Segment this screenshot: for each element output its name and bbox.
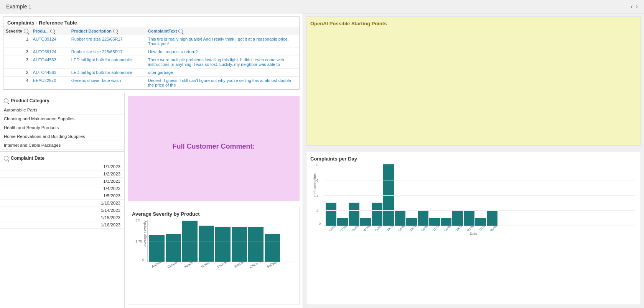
cell-product: BEAU22970 — [31, 77, 69, 89]
table-row[interactable]: 3 AUTO39124 Rubber tire size 225/65R17 H… — [3, 48, 299, 56]
cpd-bar-label: 1/1/2023 — [327, 226, 337, 231]
cell-complaint: This tire is really high quality! And I … — [146, 35, 299, 48]
table-row[interactable]: 3 AUTO44563 LED tail light bulb for auto… — [3, 56, 299, 69]
category-list: Automobile PartsCleaning and Maintenance… — [0, 106, 124, 150]
category-list-item[interactable]: Automobile Parts — [0, 106, 124, 115]
complaints-per-day-section: Complaints per Day # of Complaints 8 6 4 — [306, 152, 641, 305]
cpd-chart: # of Complaints 8 6 4 2 0 — [310, 165, 637, 249]
app-title: Example 1 — [6, 3, 31, 10]
cpd-title: Complaints per Day — [310, 156, 637, 162]
cpd-bar-label: 1/27/2023 — [476, 226, 486, 231]
date-list-item[interactable]: 1/2/2023 — [0, 170, 124, 178]
next-button[interactable]: › — [636, 3, 638, 10]
category-list-item[interactable]: Health and Beauty Products — [0, 123, 124, 132]
cpd-bar — [487, 210, 497, 226]
cpd-bar-label: 1/3/2023 — [350, 226, 360, 231]
complaint-date-label: Complaint Date — [11, 156, 44, 161]
date-list-item[interactable]: 1/10/2023 — [0, 200, 124, 207]
table-row[interactable]: 4 BEAU22970 Generic shower face wash Dec… — [3, 77, 299, 89]
openai-title: OpenAI Possible Starting Points — [310, 21, 637, 26]
product-category-search-icon[interactable] — [4, 98, 8, 103]
description-label: Product Description — [71, 29, 112, 33]
col-description: Product Description — [69, 27, 146, 35]
cpd-bar-label: 1/4/2023 — [361, 226, 371, 231]
cell-description: Rubber tire size 225/65R17 — [69, 35, 146, 48]
cpd-bar-label: 1/29/2023 — [488, 226, 498, 231]
date-list-item[interactable]: 1/4/2023 — [0, 185, 124, 192]
complaints-table: Severity Produ... — [3, 27, 299, 89]
cell-severity: 2 — [3, 69, 31, 77]
cell-product: AUTO44563 — [31, 69, 69, 77]
cell-product: AUTO44563 — [31, 56, 69, 69]
date-list-item[interactable]: 1/5/2023 — [0, 192, 124, 200]
product-category-label: Product Category — [11, 98, 49, 103]
date-list: 1/1/20231/2/20231/3/20231/4/20231/5/2023… — [0, 163, 124, 229]
cpd-bar-label: 1/16/2023 — [419, 226, 429, 231]
cell-complaint: Decent, I guess. I still can't figure ou… — [146, 77, 299, 89]
filter-sidebar: Product Category Automobile PartsCleanin… — [0, 93, 125, 308]
avg-severity-title: Average Severity by Product — [132, 211, 295, 217]
category-list-item[interactable]: Internet and Cable Packages — [0, 141, 124, 150]
product-label: Produ... — [33, 29, 49, 33]
cpd-bar-label: 1/17/2023 — [430, 226, 440, 231]
date-list-item[interactable]: 1/16/2023 — [0, 221, 124, 229]
cpd-bar — [360, 218, 371, 226]
severity-search-icon[interactable] — [24, 29, 28, 33]
full-comment-title: Full Customer Comment: — [172, 143, 255, 151]
divider — [0, 151, 124, 152]
cpd-bar — [395, 210, 405, 226]
complaint-label: ComplaintText — [148, 29, 177, 33]
cpd-bar — [372, 203, 382, 226]
cell-description: Generic shower face wash — [69, 77, 146, 89]
avg-severity-bar — [149, 235, 165, 262]
cpd-bar — [452, 210, 463, 226]
title-bar: Example 1 ‹ › — [0, 0, 644, 13]
date-list-item[interactable]: 1/1/2023 — [0, 163, 124, 170]
cell-product: AUTO39124 — [31, 48, 69, 56]
cpd-bar — [429, 218, 440, 226]
cell-complaint: There were multiple problems installing … — [146, 56, 299, 69]
cpd-bar — [441, 218, 451, 226]
cpd-bar — [349, 203, 359, 226]
cpd-bar-label: 1/10/2023 — [384, 226, 394, 231]
date-list-item[interactable]: 1/15/2023 — [0, 214, 124, 221]
cell-complaint: How do i request a return? — [146, 48, 299, 56]
cpd-bar-label: 1/18/2023 — [442, 226, 452, 231]
category-list-item[interactable]: Cleaning and Maintenance Supplies — [0, 115, 124, 123]
table-row[interactable]: 1 AUTO39124 Rubber tire size 225/65R17 T… — [3, 35, 299, 48]
complaint-search-icon[interactable] — [178, 29, 183, 33]
product-category-section-title: Product Category — [0, 96, 124, 106]
cpd-bar-label: 1/2/2023 — [338, 226, 348, 231]
cpd-bar — [337, 218, 348, 226]
prev-button[interactable]: ‹ — [631, 3, 632, 10]
date-list-item[interactable]: 1/3/2023 — [0, 178, 124, 185]
product-search-icon[interactable] — [50, 29, 55, 33]
cell-severity: 1 — [3, 35, 31, 48]
complaint-date-search-icon[interactable] — [4, 156, 8, 161]
cell-description: Rubber tire size 225/65R17 — [69, 48, 146, 56]
table-row[interactable]: 2 AUTO44563 LED tail light bulb for auto… — [3, 69, 299, 77]
date-list-item[interactable]: 1/14/2023 — [0, 207, 124, 214]
cell-severity: 4 — [3, 77, 31, 89]
cpd-bar — [326, 203, 336, 226]
avg-severity-bar — [232, 227, 247, 262]
table-wrapper[interactable]: Severity Produ... — [3, 27, 299, 89]
cell-severity: 3 — [3, 48, 31, 56]
cell-description: LED tail light bulb for automobile — [69, 69, 146, 77]
category-list-item[interactable]: Home Renovations and Building Supplies — [0, 132, 124, 141]
avg-severity-bar — [199, 226, 214, 262]
cpd-bar-label: 1/14/2023 — [396, 226, 406, 231]
description-search-icon[interactable] — [113, 29, 118, 33]
cpd-bar-label: 1/19/2023 — [453, 226, 463, 231]
openai-section: OpenAI Possible Starting Points — [306, 16, 641, 146]
avg-severity-bar — [248, 227, 264, 262]
cpd-x-axis-label: Date — [310, 232, 637, 236]
cpd-bar — [464, 210, 474, 226]
avg-severity-bar — [215, 227, 231, 262]
col-complaint: ComplaintText — [146, 27, 299, 35]
cell-product: AUTO39124 — [31, 35, 69, 48]
cell-severity: 3 — [3, 56, 31, 69]
table-body: 1 AUTO39124 Rubber tire size 225/65R17 T… — [3, 35, 299, 89]
severity-label: Severity — [6, 29, 22, 33]
reference-table-title: Complaints - Reference Table — [3, 17, 299, 27]
